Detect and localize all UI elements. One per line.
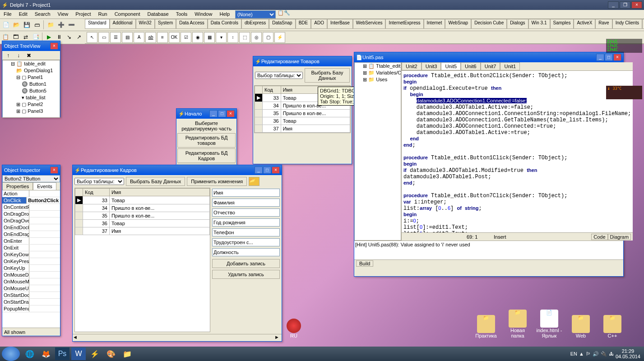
taskbar-delphi-icon[interactable]: ⚡ bbox=[88, 347, 102, 360]
taskbar-word-icon[interactable]: W bbox=[71, 347, 86, 360]
palette-tab[interactable]: dbExpress bbox=[241, 19, 269, 28]
close-button[interactable]: × bbox=[272, 167, 280, 174]
property-row[interactable]: OnStartDrag bbox=[2, 299, 60, 305]
new-icon[interactable]: 📄 bbox=[1, 20, 11, 30]
combo-icon[interactable]: ▾ bbox=[216, 32, 227, 43]
menu-help[interactable]: Help bbox=[216, 10, 233, 19]
remove-icon[interactable]: ➖ bbox=[66, 20, 76, 30]
menu-run[interactable]: Run bbox=[94, 10, 111, 19]
save-icon[interactable]: 💾 bbox=[22, 20, 32, 30]
palette-tab-standard[interactable]: Standard bbox=[85, 19, 110, 28]
taskbar-paint-icon[interactable]: 🎨 bbox=[104, 347, 118, 360]
taskbar-firefox-icon[interactable]: 🦊 bbox=[39, 347, 53, 360]
palette-tab[interactable]: ActiveX bbox=[574, 19, 595, 28]
property-row[interactable]: OnContextPopu bbox=[2, 204, 60, 211]
tray-icon[interactable]: 🏳 bbox=[586, 351, 591, 356]
palette-tab[interactable]: Samples bbox=[550, 19, 574, 28]
palette-tab[interactable]: InterBase bbox=[327, 19, 353, 28]
btn-add-record[interactable]: Добавить запись bbox=[212, 259, 280, 268]
code-tab[interactable]: Unit7 bbox=[481, 62, 500, 70]
view-code-tab[interactable]: Code bbox=[591, 234, 607, 240]
tree-node[interactable]: 🔘 Button5 bbox=[3, 88, 60, 94]
menu-project[interactable]: Project bbox=[72, 10, 94, 19]
data-grid[interactable]: КодИмя ▶33Товар 34Пришло в кол-ве... 35П… bbox=[75, 188, 210, 235]
menu-window[interactable]: Window bbox=[191, 10, 216, 19]
radiogroup-icon[interactable]: ◎ bbox=[251, 32, 262, 43]
tray-icon[interactable]: 🔌 bbox=[601, 351, 607, 357]
code-tree-node[interactable]: ⊞ 📁 Variables/Constants bbox=[355, 69, 401, 76]
property-row[interactable]: OnExit bbox=[2, 245, 60, 251]
tree-root[interactable]: ⊟ 📋 table_edit bbox=[3, 60, 60, 67]
start-button[interactable] bbox=[2, 347, 20, 361]
tree-node[interactable]: ⊞ ▢ Panel3 bbox=[3, 108, 60, 115]
openproj-icon[interactable]: 📁 bbox=[46, 20, 56, 30]
btn-edit-kadrov[interactable]: Редактировать БД Кадров bbox=[177, 148, 236, 163]
code-tree-node[interactable]: ⊞ 📁 Uses bbox=[355, 76, 401, 83]
tray-icon[interactable]: 🔊 bbox=[593, 351, 599, 357]
desktop-icon[interactable]: 📁Новая папка bbox=[504, 310, 531, 338]
button-icon[interactable]: OK bbox=[169, 32, 180, 43]
opendialog-icon[interactable]: 📂 bbox=[249, 177, 259, 186]
tree-tool-icon[interactable]: ✖ bbox=[24, 51, 34, 60]
code-tree-node[interactable]: ⊞ 📋 Ttable_edit bbox=[355, 63, 401, 69]
property-row[interactable]: OnClickButton2Click bbox=[2, 197, 60, 204]
palette-tab[interactable]: DataSnap bbox=[269, 19, 295, 28]
actionlist-icon[interactable]: ⚡ bbox=[274, 32, 285, 43]
tree-tool-icon[interactable]: ↓ bbox=[14, 51, 23, 60]
maximize-button[interactable]: □ bbox=[263, 167, 271, 174]
palette-tab[interactable]: ADO bbox=[311, 19, 327, 28]
saveall-icon[interactable]: 🗃 bbox=[32, 20, 42, 30]
close-button[interactable]: × bbox=[631, 1, 642, 9]
property-row[interactable]: PopupMenu bbox=[2, 305, 60, 312]
palette-tab[interactable]: Win 3.1 bbox=[528, 19, 550, 28]
edit-icon[interactable]: ab bbox=[145, 32, 156, 43]
btn-apply[interactable]: Применить изменения bbox=[187, 177, 247, 186]
btn-edit-tovarov[interactable]: Редактировать БД товаров bbox=[177, 133, 236, 148]
property-row[interactable]: OnKeyPress bbox=[2, 258, 60, 265]
close-button[interactable]: × bbox=[227, 110, 235, 117]
maximize-button[interactable]: ❐ bbox=[620, 1, 630, 9]
property-row[interactable]: OnKeyDown bbox=[2, 251, 60, 258]
tree-node[interactable]: ⊟ ▢ Panel1 bbox=[3, 74, 60, 81]
desktop-icon[interactable]: 📁Web bbox=[567, 315, 594, 338]
field-position[interactable] bbox=[212, 248, 280, 256]
tree-tool-icon[interactable]: ↑ bbox=[3, 51, 13, 60]
tool-icon[interactable]: 🔧 bbox=[284, 10, 290, 19]
build-tab[interactable]: Build bbox=[356, 260, 373, 267]
maximize-button[interactable]: □ bbox=[605, 54, 613, 61]
view-diagram-tab[interactable]: Diagram bbox=[608, 234, 631, 240]
tray-icon[interactable]: 🖧 bbox=[609, 351, 614, 356]
property-row[interactable]: OnDragDrop bbox=[2, 211, 60, 218]
maximize-button[interactable]: □ bbox=[218, 110, 226, 117]
addfile-icon[interactable]: ➕ bbox=[56, 20, 66, 30]
menu-tools[interactable]: Tools bbox=[172, 10, 191, 19]
lang-widget[interactable]: RU bbox=[287, 319, 301, 338]
menu-database[interactable]: Database bbox=[144, 10, 172, 19]
code-tab[interactable]: Unit1 bbox=[500, 62, 520, 70]
popup-icon[interactable]: ▤ bbox=[122, 32, 133, 43]
component-selector[interactable]: Button2 TButton bbox=[2, 175, 60, 182]
desktop-icon[interactable]: 📄index.html - Ярлык bbox=[536, 310, 563, 338]
minimize-button[interactable]: _ bbox=[209, 110, 218, 117]
property-row[interactable]: OnMouseDow bbox=[2, 272, 60, 278]
desktop-icon[interactable]: 📁Практика bbox=[473, 315, 500, 338]
palette-tab[interactable]: WebSnap bbox=[445, 19, 471, 28]
messages-panel[interactable]: [Hint] Unit5.pas(88): Value assigned to … bbox=[354, 241, 623, 259]
minimize-button[interactable]: _ bbox=[596, 54, 604, 61]
menu-file[interactable]: File bbox=[0, 10, 15, 19]
tool-icon[interactable]: 📋 bbox=[278, 10, 284, 19]
trace-icon[interactable]: ↘ bbox=[64, 32, 74, 42]
property-row[interactable]: OnEnter bbox=[2, 238, 60, 245]
groupbox-icon[interactable]: ⬚ bbox=[239, 32, 250, 43]
listbox-icon[interactable]: ▦ bbox=[204, 32, 215, 43]
palette-tab[interactable]: Data Access bbox=[176, 19, 208, 28]
label-icon[interactable]: A bbox=[134, 32, 144, 43]
panel-icon[interactable]: ▢ bbox=[263, 32, 273, 43]
tray-time[interactable]: 21:29 bbox=[616, 348, 640, 354]
palette-tab[interactable]: Win32 bbox=[136, 19, 155, 28]
field-patronymic[interactable] bbox=[212, 208, 280, 217]
code-tab-active[interactable]: Unit5 bbox=[441, 62, 461, 70]
code-editor[interactable]: procedure Ttable_edit.Button2Click(Sende… bbox=[402, 71, 633, 232]
palette-tab[interactable]: System bbox=[155, 19, 176, 28]
taskbar-photoshop-icon[interactable]: Ps bbox=[55, 347, 69, 360]
